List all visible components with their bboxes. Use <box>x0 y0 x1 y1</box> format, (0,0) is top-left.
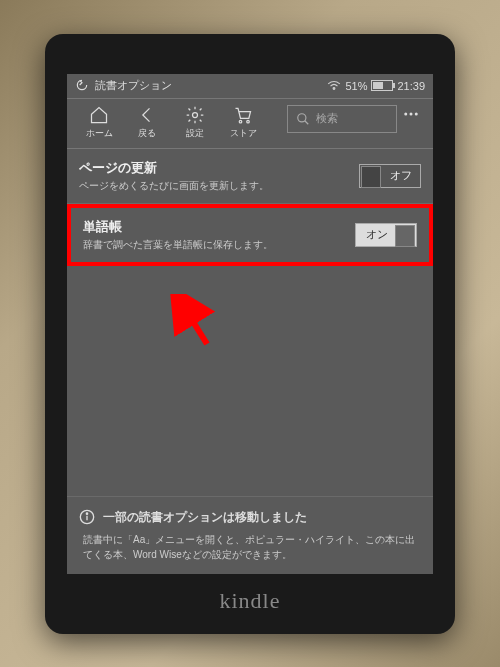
nav-back[interactable]: 戻る <box>123 105 171 140</box>
svg-point-4 <box>298 113 306 121</box>
info-section: 一部の読書オプションは移動しました 読書中に「Aa」メニューを開くと、ポピュラー… <box>67 496 433 574</box>
toggle-vocab[interactable]: オン <box>355 223 417 247</box>
svg-point-7 <box>410 112 413 115</box>
svg-point-0 <box>334 87 336 89</box>
setting-title: ページの更新 <box>79 159 359 177</box>
setting-page-refresh[interactable]: ページの更新 ページをめくるたびに画面を更新します。 オフ <box>67 149 433 204</box>
toggle-label: オン <box>366 227 388 242</box>
settings-content: ページの更新 ページをめくるたびに画面を更新します。 オフ 単語帳 辞書で調べた… <box>67 149 433 266</box>
svg-point-8 <box>415 112 418 115</box>
svg-point-13 <box>86 513 87 514</box>
clock: 21:39 <box>397 80 425 92</box>
nav-settings[interactable]: 設定 <box>171 105 219 140</box>
nav-bar: ホーム 戻る 設定 ストア <box>67 99 433 149</box>
info-icon <box>79 509 95 525</box>
setting-vocab[interactable]: 単語帳 辞書で調べた言葉を単語帳に保存します。 オン <box>71 208 429 262</box>
svg-line-5 <box>305 120 309 124</box>
battery-icon <box>371 80 393 91</box>
nav-back-label: 戻る <box>138 127 156 140</box>
device-brand: kindle <box>220 588 281 614</box>
svg-line-10 <box>182 304 207 344</box>
nav-store-label: ストア <box>230 127 257 140</box>
svg-point-6 <box>404 112 407 115</box>
svg-point-1 <box>193 112 198 117</box>
kindle-device: 読書オプション 51% 21:39 ホー <box>45 34 455 634</box>
svg-point-3 <box>247 120 250 123</box>
setting-desc: 辞書で調べた言葉を単語帳に保存します。 <box>83 238 355 252</box>
nav-more[interactable] <box>397 105 425 123</box>
search-icon <box>296 112 310 126</box>
toggle-label: オフ <box>390 168 412 183</box>
info-title: 一部の読書オプションは移動しました <box>103 509 307 526</box>
nav-store[interactable]: ストア <box>219 105 267 140</box>
setting-desc: ページをめくるたびに画面を更新します。 <box>79 179 359 193</box>
nav-home-label: ホーム <box>86 127 113 140</box>
status-bar: 読書オプション 51% 21:39 <box>67 74 433 99</box>
toggle-page-refresh[interactable]: オフ <box>359 164 421 188</box>
info-body: 読書中に「Aa」メニューを開くと、ポピュラー・ハイライト、この本に出てくる本、W… <box>79 532 421 562</box>
search-input[interactable]: 検索 <box>287 105 397 133</box>
arrow-annotation-icon <box>167 294 227 354</box>
more-icon <box>402 105 420 123</box>
setting-title: 単語帳 <box>83 218 355 236</box>
battery-percent: 51% <box>345 80 367 92</box>
page-title: 読書オプション <box>95 78 172 93</box>
screen: 読書オプション 51% 21:39 ホー <box>67 74 433 574</box>
svg-point-2 <box>239 120 242 123</box>
nav-home[interactable]: ホーム <box>75 105 123 140</box>
nav-settings-label: 設定 <box>186 127 204 140</box>
back-arrow-icon[interactable] <box>75 78 89 94</box>
highlight-annotation: 単語帳 辞書で調べた言葉を単語帳に保存します。 オン <box>67 204 433 266</box>
wifi-icon <box>327 80 341 92</box>
search-placeholder: 検索 <box>316 111 338 126</box>
